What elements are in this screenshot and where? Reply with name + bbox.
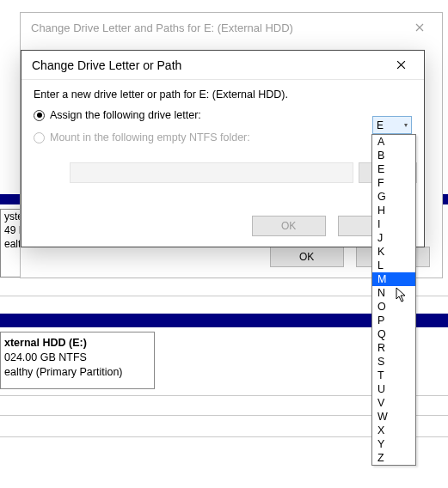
titlebar: Change Drive Letter and Paths for E: (Ex… — [21, 13, 442, 42]
drive-letter-option[interactable]: K — [372, 245, 415, 259]
drive-letter-option[interactable]: O — [372, 300, 415, 314]
radio-label: Assign the following drive letter: — [50, 109, 201, 121]
radio-assign-letter[interactable]: Assign the following drive letter: — [34, 109, 412, 121]
radio-mount-folder[interactable]: Mount in the following empty NTFS folder… — [34, 131, 412, 143]
drive-letter-option[interactable]: U — [372, 382, 415, 396]
titlebar: Change Drive Letter or Path — [21, 51, 424, 80]
drive-letter-option[interactable]: N — [372, 286, 415, 300]
ok-button[interactable]: OK — [270, 247, 344, 267]
dialog-change-letter: Change Drive Letter or Path Enter a new … — [21, 50, 425, 247]
drive-letter-option[interactable]: F — [372, 176, 415, 190]
drive-letter-option[interactable]: P — [372, 314, 415, 327]
partition-size: 024.00 GB NTFS — [1, 351, 149, 365]
drive-letter-option[interactable]: G — [372, 190, 415, 204]
drive-letter-option[interactable]: S — [372, 355, 415, 369]
ok-button[interactable]: OK — [252, 216, 326, 236]
radio-label: Mount in the following empty NTFS folder… — [50, 131, 250, 143]
drive-letter-option[interactable]: M — [372, 272, 415, 286]
partition-status: ealthy (Primary Partition) — [1, 365, 149, 380]
drive-letter-option[interactable]: A — [372, 135, 415, 149]
partition-card-external: xternal HDD (E:) 024.00 GB NTFS ealthy (… — [0, 332, 155, 389]
dialog-body: Enter a new drive letter or path for E: … — [21, 80, 424, 143]
drive-letter-select[interactable]: E ▾ — [372, 116, 412, 134]
prompt-text: Enter a new drive letter or path for E: … — [34, 88, 412, 101]
close-icon[interactable] — [402, 16, 437, 39]
radio-icon — [34, 110, 45, 121]
drive-letter-option[interactable]: J — [372, 231, 415, 245]
drive-letter-option[interactable]: T — [372, 369, 415, 382]
drive-letter-option[interactable]: V — [372, 396, 415, 410]
radio-icon — [34, 132, 45, 143]
drive-letter-option[interactable]: W — [372, 410, 415, 424]
mount-folder-input — [70, 162, 353, 183]
drive-letter-option[interactable]: L — [372, 259, 415, 272]
drive-letter-option[interactable]: Z — [372, 451, 415, 465]
drive-letter-option[interactable]: Y — [372, 437, 415, 451]
dialog-title: Change Drive Letter and Paths for E: (Ex… — [31, 21, 293, 34]
drive-letter-option[interactable]: Q — [372, 327, 415, 341]
drive-letter-option[interactable]: E — [372, 162, 415, 176]
select-value: E — [377, 119, 384, 131]
partition-title: xternal HDD (E:) — [1, 336, 149, 351]
close-icon[interactable] — [383, 53, 419, 77]
drive-letter-option[interactable]: H — [372, 204, 415, 217]
drive-letter-option[interactable]: R — [372, 341, 415, 355]
drive-letter-dropdown[interactable]: ABEFGHIJKLMNOPQRSTUVWXYZ — [371, 134, 416, 466]
drive-letter-option[interactable]: X — [372, 424, 415, 437]
drive-letter-option[interactable]: B — [372, 149, 415, 162]
chevron-down-icon: ▾ — [404, 121, 408, 129]
dialog-title: Change Drive Letter or Path — [32, 58, 181, 72]
drive-letter-option[interactable]: I — [372, 217, 415, 231]
